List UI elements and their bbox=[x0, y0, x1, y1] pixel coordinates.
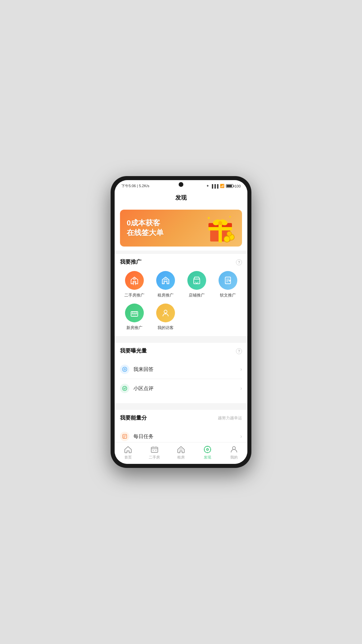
nav-item-discover[interactable]: 发现 bbox=[197, 445, 218, 460]
promote-section: 我要推广 ? 二手房推广 bbox=[115, 254, 247, 336]
energy-header: 我要能量分 越努力越幸运 bbox=[120, 415, 242, 422]
grid-item-article[interactable]: 软文推广 bbox=[214, 271, 242, 298]
promote-title: 我要推广 bbox=[120, 259, 141, 266]
status-right: ✦ ▐▐▐ 📶 100 bbox=[206, 184, 241, 188]
divider-2 bbox=[115, 403, 247, 407]
shop-icon bbox=[187, 271, 206, 290]
grid-item-rental[interactable]: 租房推广 bbox=[151, 271, 180, 298]
svg-rect-5 bbox=[219, 223, 222, 243]
list-item-daily-task[interactable]: 每日任务 › bbox=[120, 427, 242, 442]
nav-rental-icon bbox=[177, 445, 185, 454]
home-icon bbox=[124, 445, 132, 454]
banner[interactable]: 0成本获客 在线签大单 ✦ ✦ ★ bbox=[120, 210, 242, 247]
bottom-nav: 首页 二手房 租房 bbox=[115, 442, 247, 464]
visitors-icon bbox=[156, 304, 175, 322]
nav-item-profile[interactable]: 我的 bbox=[224, 445, 244, 460]
second-hand-icon bbox=[125, 271, 144, 290]
svg-point-9 bbox=[218, 221, 222, 225]
promote-header: 我要推广 ? bbox=[120, 259, 242, 266]
promote-grid: 二手房推广 租房推广 bbox=[120, 271, 242, 331]
status-time: 下午5:06 | 5.2K/s bbox=[121, 183, 149, 189]
exposure-header: 我要曝光量 ? bbox=[120, 347, 242, 355]
nav-item-second-hand[interactable]: 二手房 bbox=[144, 445, 165, 460]
review-arrow: › bbox=[240, 385, 242, 391]
review-icon bbox=[120, 384, 129, 393]
bluetooth-icon: ✦ bbox=[206, 184, 209, 188]
daily-task-label: 每日任务 bbox=[133, 433, 240, 440]
exposure-section: 我要曝光量 ? 我来回答 › bbox=[115, 343, 247, 403]
shop-label: 店铺推广 bbox=[189, 292, 205, 298]
svg-point-27 bbox=[124, 369, 125, 370]
nav-second-hand-icon bbox=[150, 445, 159, 454]
divider-1 bbox=[115, 336, 247, 339]
nav-item-home[interactable]: 首页 bbox=[118, 445, 138, 460]
promote-help-icon[interactable]: ? bbox=[236, 259, 242, 265]
nav-second-hand-label: 二手房 bbox=[149, 455, 160, 460]
svg-point-23 bbox=[164, 310, 167, 313]
svg-rect-6 bbox=[208, 227, 232, 230]
banner-image: ✦ ✦ ★ bbox=[205, 213, 235, 243]
phone-screen: 下午5:06 | 5.2K/s ✦ ▐▐▐ 📶 100 发现 0成本获客 bbox=[115, 180, 247, 464]
rental-icon bbox=[156, 271, 175, 290]
svg-rect-21 bbox=[133, 312, 136, 314]
daily-task-arrow: › bbox=[240, 433, 242, 439]
article-icon bbox=[219, 271, 237, 290]
list-item-answer[interactable]: 我来回答 › bbox=[120, 360, 242, 379]
banner-text: 0成本获客 在线签大单 bbox=[127, 218, 164, 237]
new-house-label: 新房推广 bbox=[126, 325, 142, 331]
grid-item-shop[interactable]: 店铺推广 bbox=[182, 271, 211, 298]
scroll-content[interactable]: 0成本获客 在线签大单 ✦ ✦ ★ bbox=[115, 206, 247, 442]
rental-label: 租房推广 bbox=[158, 292, 174, 298]
list-item-review[interactable]: 小区点评 › bbox=[120, 379, 242, 398]
daily-task-icon bbox=[120, 432, 129, 441]
energy-subtitle: 越努力越幸运 bbox=[218, 415, 242, 421]
grid-item-visitors[interactable]: 我的访客 bbox=[151, 304, 180, 331]
notch bbox=[179, 182, 183, 187]
page-title: 发现 bbox=[175, 195, 187, 201]
svg-point-13 bbox=[133, 278, 135, 280]
battery-icon bbox=[226, 184, 233, 188]
second-hand-label: 二手房推广 bbox=[124, 292, 144, 298]
nav-rental-label: 租房 bbox=[177, 455, 185, 460]
svg-point-42 bbox=[233, 446, 236, 449]
energy-section: 我要能量分 越努力越幸运 每日任务 › bbox=[115, 410, 247, 442]
nav-discover-label: 发现 bbox=[204, 455, 211, 460]
review-label: 小区点评 bbox=[133, 385, 240, 392]
svg-text:✦: ✦ bbox=[207, 215, 211, 221]
new-house-icon bbox=[125, 304, 144, 322]
svg-text:✦: ✦ bbox=[229, 215, 231, 219]
nav-profile-label: 我的 bbox=[230, 455, 238, 460]
article-label: 软文推广 bbox=[220, 292, 236, 298]
wifi-icon: 📶 bbox=[220, 184, 225, 188]
nav-profile-icon bbox=[230, 445, 238, 454]
nav-discover-icon bbox=[203, 445, 212, 454]
svg-point-11 bbox=[224, 236, 230, 242]
answer-label: 我来回答 bbox=[133, 366, 240, 373]
battery-level: 100 bbox=[235, 184, 241, 188]
signal-icon: ▐▐▐ bbox=[210, 184, 218, 188]
phone-frame: 下午5:06 | 5.2K/s ✦ ▐▐▐ 📶 100 发现 0成本获客 bbox=[111, 176, 251, 468]
visitors-label: 我的访客 bbox=[158, 325, 174, 331]
svg-point-41 bbox=[207, 449, 208, 450]
svg-rect-33 bbox=[151, 447, 158, 452]
energy-title: 我要能量分 bbox=[120, 415, 147, 422]
svg-point-12 bbox=[227, 231, 232, 236]
nav-item-rental[interactable]: 租房 bbox=[171, 445, 191, 460]
grid-item-second-hand[interactable]: 二手房推广 bbox=[120, 271, 148, 298]
banner-section: 0成本获客 在线签大单 ✦ ✦ ★ bbox=[115, 206, 247, 251]
nav-home-label: 首页 bbox=[124, 455, 132, 460]
grid-item-new-house[interactable]: 新房推广 bbox=[120, 304, 148, 331]
answer-icon bbox=[120, 365, 129, 374]
answer-arrow: › bbox=[240, 366, 242, 372]
exposure-help-icon[interactable]: ? bbox=[236, 348, 242, 354]
app-header: 发现 bbox=[115, 191, 247, 206]
exposure-title: 我要曝光量 bbox=[120, 347, 147, 355]
